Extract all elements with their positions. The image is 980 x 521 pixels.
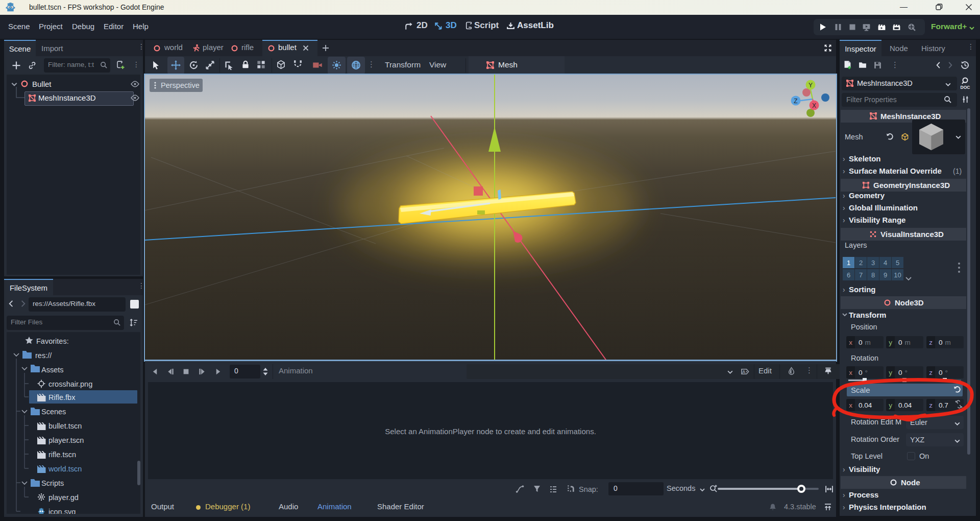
svg-text:6: 6 bbox=[847, 271, 850, 279]
svg-text:Y: Y bbox=[808, 82, 813, 89]
svg-text:9: 9 bbox=[884, 271, 887, 279]
svg-text:X: X bbox=[812, 102, 816, 109]
svg-text:3: 3 bbox=[871, 259, 875, 267]
svg-text:7: 7 bbox=[859, 271, 863, 279]
svg-text:A: A bbox=[742, 369, 746, 374]
svg-text:4: 4 bbox=[884, 259, 887, 267]
svg-text:Perspective: Perspective bbox=[161, 81, 200, 89]
svg-text:5: 5 bbox=[896, 259, 899, 267]
svg-text:10: 10 bbox=[894, 271, 901, 279]
svg-text:2: 2 bbox=[859, 259, 863, 267]
svg-text:Z: Z bbox=[794, 98, 797, 105]
svg-text:8: 8 bbox=[871, 271, 875, 279]
svg-text:DOC: DOC bbox=[961, 85, 970, 90]
svg-text:1: 1 bbox=[847, 259, 850, 267]
